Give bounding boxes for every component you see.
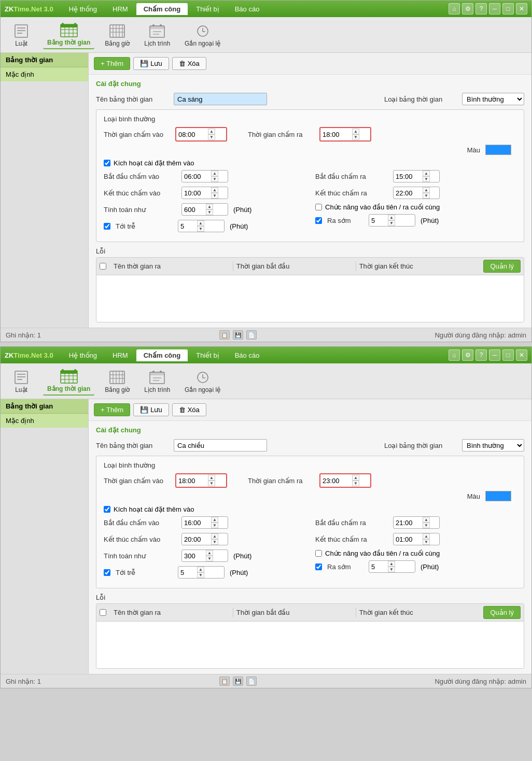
ktcr-down-2[interactable]: ▼ — [423, 539, 430, 545]
toolbar-bang-gio-2[interactable]: Bảng giờ — [101, 368, 134, 396]
quan-ly-button-1[interactable]: Quản lý — [483, 260, 521, 273]
color-box-2[interactable] — [485, 491, 511, 501]
nav-item-he-thong-2[interactable]: Hệ thống — [62, 349, 104, 361]
loai-select-2[interactable]: Bình thường — [462, 439, 524, 452]
nav-item-thiet-bi-2[interactable]: Thiết bị — [189, 349, 227, 361]
ktcv-down-1[interactable]: ▼ — [211, 193, 218, 199]
bdcv-up-1[interactable]: ▲ — [211, 171, 218, 176]
toolbar-luat-1[interactable]: Luật — [6, 21, 37, 49]
ktcr-up-1[interactable]: ▲ — [423, 187, 430, 193]
tgcv-input-2[interactable] — [178, 477, 207, 485]
toi-tre-down-2[interactable]: ▼ — [197, 572, 204, 578]
ktcv-up-2[interactable]: ▲ — [211, 533, 218, 539]
ktcv-input-2[interactable] — [184, 535, 210, 543]
tinh-toan-down-2[interactable]: ▼ — [206, 556, 213, 561]
minimize-icon-1[interactable]: ─ — [489, 3, 500, 15]
bdcr-down-1[interactable]: ▼ — [423, 176, 430, 182]
settings-icon-2[interactable]: ⚙ — [462, 349, 473, 361]
ra-som-down-2[interactable]: ▼ — [388, 567, 395, 572]
tinh-toan-up-2[interactable]: ▲ — [206, 550, 213, 556]
nav-item-thiet-bi-1[interactable]: Thiết bị — [189, 3, 227, 15]
toi-tre-checkbox-1[interactable] — [104, 223, 110, 230]
settings-icon-1[interactable]: ⚙ — [462, 3, 473, 15]
help-icon-2[interactable]: ? — [475, 349, 487, 361]
ten-input-2[interactable] — [174, 439, 267, 452]
loi-select-all-2[interactable] — [100, 609, 106, 616]
bdcr-input-1[interactable] — [396, 173, 422, 180]
status-icon-2a[interactable]: 📋 — [219, 677, 230, 686]
status-icon-2b[interactable]: 💾 — [233, 677, 243, 686]
quan-ly-button-2[interactable]: Quản lý — [483, 606, 521, 619]
tinh-toan-input-1[interactable] — [184, 206, 205, 214]
bdcr-input-2[interactable] — [396, 519, 422, 527]
nav-item-hrm-2[interactable]: HRM — [105, 349, 135, 361]
sidebar-item-mac-dinh-1[interactable]: Mặc định — [1, 67, 88, 81]
toolbar-lich-trinh-1[interactable]: Lịch trình — [140, 21, 174, 49]
delete-button-1[interactable]: 🗑 Xóa — [172, 57, 206, 70]
ktcr-input-2[interactable] — [396, 535, 422, 543]
tgcr-down-2[interactable]: ▼ — [352, 481, 359, 486]
status-icon-2c[interactable]: 📄 — [246, 677, 257, 686]
ra-som-up-2[interactable]: ▲ — [388, 561, 395, 567]
nav-item-cham-cong-1[interactable]: Chấm công — [136, 3, 188, 15]
chuc-nang-checkbox-2[interactable] — [315, 550, 322, 557]
toolbar-bang-gio-1[interactable]: Bảng giờ — [101, 21, 134, 49]
save-button-2[interactable]: 💾 Lưu — [133, 403, 169, 416]
ktcr-up-2[interactable]: ▲ — [423, 533, 430, 539]
home-icon-1[interactable]: ⌂ — [449, 3, 460, 15]
tgcr-input-1[interactable] — [323, 131, 351, 138]
tgcr-down-1[interactable]: ▼ — [352, 134, 359, 140]
toolbar-bang-thoi-gian-2[interactable]: Bảng thời gian — [43, 367, 94, 396]
tinh-toan-input-2[interactable] — [184, 552, 205, 560]
ra-som-checkbox-1[interactable] — [315, 217, 322, 224]
save-button-1[interactable]: 💾 Lưu — [133, 57, 169, 70]
tgcr-up-2[interactable]: ▲ — [352, 475, 359, 481]
bdcv-input-1[interactable] — [184, 173, 210, 180]
color-box-1[interactable] — [485, 145, 511, 155]
tgcv-down-1[interactable]: ▼ — [208, 134, 215, 140]
tgcv-down-2[interactable]: ▼ — [208, 481, 215, 486]
toolbar-gan-ngoai-le-1[interactable]: Gắn ngoại lệ — [180, 21, 225, 49]
tgcr-input-2[interactable] — [323, 477, 351, 485]
add-button-2[interactable]: + Thêm — [94, 403, 130, 416]
ra-som-input-2[interactable] — [371, 563, 387, 571]
nav-item-bao-cao-1[interactable]: Báo cáo — [228, 3, 267, 15]
tgcv-up-2[interactable]: ▲ — [208, 475, 215, 481]
close-icon-1[interactable]: ✕ — [516, 3, 527, 15]
add-button-1[interactable]: + Thêm — [94, 57, 130, 70]
status-icon-1b[interactable]: 💾 — [233, 330, 243, 340]
tgcr-up-1[interactable]: ▲ — [352, 129, 359, 134]
delete-button-2[interactable]: 🗑 Xóa — [172, 403, 206, 416]
ra-som-checkbox-2[interactable] — [315, 563, 322, 570]
toolbar-luat-2[interactable]: Luật — [6, 368, 37, 396]
ten-input-1[interactable] — [174, 93, 267, 105]
bdcr-up-2[interactable]: ▲ — [423, 517, 430, 523]
bdcv-input-2[interactable] — [184, 519, 210, 527]
ktcv-input-1[interactable] — [184, 189, 210, 197]
loi-select-all-1[interactable] — [100, 263, 106, 270]
toi-tre-input-1[interactable] — [180, 222, 196, 230]
maximize-icon-2[interactable]: □ — [502, 349, 514, 361]
nav-item-cham-cong-2[interactable]: Chấm công — [136, 349, 188, 361]
loai-select-1[interactable]: Bình thường — [462, 93, 524, 105]
toi-tre-checkbox-2[interactable] — [104, 569, 110, 576]
sidebar-item-mac-dinh-2[interactable]: Mặc định — [1, 414, 88, 428]
toi-tre-down-1[interactable]: ▼ — [197, 226, 204, 232]
help-icon-1[interactable]: ? — [475, 3, 487, 15]
nav-item-he-thong-1[interactable]: Hệ thống — [62, 3, 104, 15]
ktcv-down-2[interactable]: ▼ — [211, 539, 218, 545]
tinh-toan-down-1[interactable]: ▼ — [206, 209, 213, 215]
bdcv-down-2[interactable]: ▼ — [211, 523, 218, 528]
ktcr-down-1[interactable]: ▼ — [423, 193, 430, 199]
ra-som-down-1[interactable]: ▼ — [388, 220, 395, 226]
toi-tre-input-2[interactable] — [180, 569, 196, 576]
tgcv-input-1[interactable] — [178, 131, 207, 138]
bdcv-up-2[interactable]: ▲ — [211, 517, 218, 523]
toi-tre-up-2[interactable]: ▲ — [197, 567, 204, 572]
nav-item-hrm-1[interactable]: HRM — [105, 3, 135, 15]
toolbar-gan-ngoai-le-2[interactable]: Gắn ngoại lệ — [180, 368, 225, 396]
home-icon-2[interactable]: ⌂ — [449, 349, 460, 361]
kich-hoat-checkbox-2[interactable] — [104, 506, 110, 513]
close-icon-2[interactable]: ✕ — [516, 349, 527, 361]
ktcr-input-1[interactable] — [396, 189, 422, 197]
